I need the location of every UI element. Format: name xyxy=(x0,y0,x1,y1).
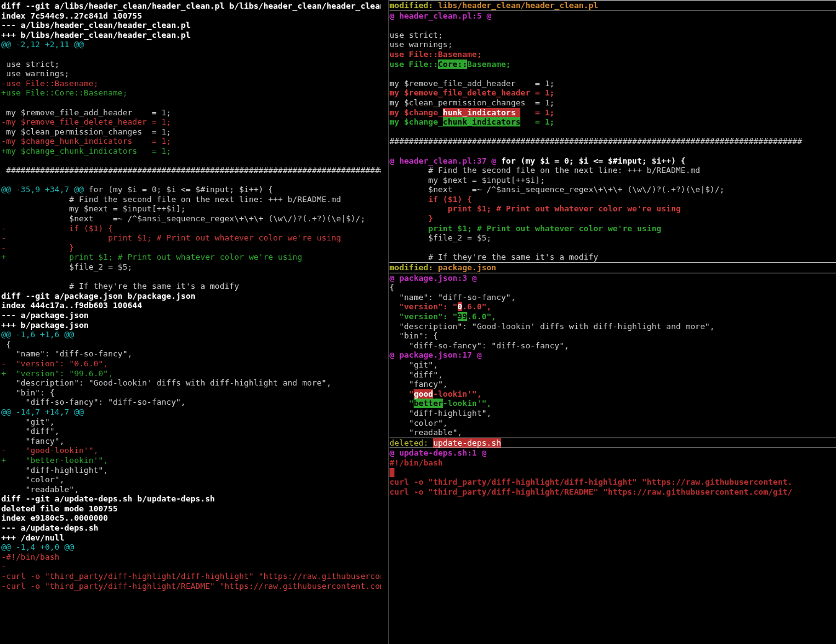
del-line: -curl -o "third_party/diff-highlight/dif… xyxy=(1,571,381,581)
hunk-marker: @ xyxy=(472,350,482,359)
index-line: index 444c17a..f9db603 100644 xyxy=(1,301,142,310)
ctx: "diff-highlight", xyxy=(389,408,491,418)
ctx: # If they're the same it's a modify xyxy=(389,252,598,262)
file-header-path-deleted: update-deps.sh xyxy=(433,438,501,448)
del-line: my $remove_file_delete_header = 1; xyxy=(389,88,554,97)
diff-output: diff --git a/libs/header_clean/header_cl… xyxy=(1,1,381,591)
hunk-ctx: for (my $i = 0; $i <= $#input; $i++) { xyxy=(84,185,273,194)
ctx: "readable", xyxy=(1,485,79,494)
word-add: 99 xyxy=(458,312,468,321)
fancy-output: @ update-deps.sh:1 @ #!/bin/bash curl -o… xyxy=(389,448,836,496)
to-file: +++ /dev/null xyxy=(1,533,64,542)
ctx: my $clean_permission_changes = 1; xyxy=(1,127,171,136)
raw-diff-pane[interactable]: diff --git a/libs/header_clean/header_cl… xyxy=(0,0,381,644)
diff-header: diff --git a/package.json b/package.json xyxy=(1,291,195,301)
hunk-marker: @ xyxy=(467,273,477,283)
del-line: - xyxy=(1,562,6,571)
fancy-output: @ package.json:3 @ { "name": "diff-so-fa… xyxy=(389,273,836,438)
del-line: -use File::Basename; xyxy=(1,79,99,88)
del-line: my $change_hunk_indicators = 1; xyxy=(389,108,554,117)
del-line: "good-lookin'", xyxy=(389,389,482,399)
del-line: print $1; # Print out whatever color we'… xyxy=(389,204,681,213)
ctx: my $clean_permission_changes = 1; xyxy=(389,98,554,107)
diff-header: diff --git a/libs/header_clean/header_cl… xyxy=(1,1,381,11)
file-header-path: libs/header_clean/header_clean.pl xyxy=(438,1,598,10)
ctx: "diff-so-fancy": "diff-so-fancy", xyxy=(1,397,185,407)
ctx: "bin": { xyxy=(1,388,55,397)
hunk-marker: @ xyxy=(482,11,492,20)
to-file: +++ b/libs/header_clean/header_clean.pl xyxy=(1,30,190,40)
ctx: "diff", xyxy=(389,370,443,379)
ctx: $file_2 = $5; xyxy=(1,262,132,271)
del-line: - "good-lookin'", xyxy=(1,446,99,455)
hunk-file: update-deps.sh:1 xyxy=(399,448,477,457)
fancy-output: deleted: update-deps.sh xyxy=(389,438,836,448)
hunk-file: header_clean.pl:37 xyxy=(399,156,487,165)
hunk-marker: @ xyxy=(389,273,399,283)
ctx: use warnings; xyxy=(1,69,69,78)
hunk-header: @@ -2,12 +2,11 @@ xyxy=(1,40,84,49)
from-file: --- a/update-deps.sh xyxy=(1,523,99,532)
ctx: { xyxy=(389,283,394,292)
diff-header: diff --git a/update-deps.sh b/update-dep… xyxy=(1,494,215,503)
add-line: print $1; # Print out whatever color we'… xyxy=(389,224,661,233)
ctx: "name": "diff-so-fancy", xyxy=(389,293,516,302)
add-line: "better-lookin'", xyxy=(389,399,491,408)
ctx: "readable", xyxy=(389,428,462,437)
from-file: --- a/libs/header_clean/header_clean.pl xyxy=(1,20,190,30)
hunk-ctx: for (my $i = 0; $i <= $#input; $i++) { xyxy=(496,156,685,165)
del-line: "version": "0.6.0", xyxy=(389,302,491,311)
ctx: use warnings; xyxy=(389,40,453,49)
from-file: --- a/package.json xyxy=(1,311,89,320)
ctx: "fancy", xyxy=(389,379,448,389)
index-line: index e9180c5..0000000 xyxy=(1,513,108,523)
add-line: + "version": "99.6.0", xyxy=(1,369,113,378)
ctx: ########################################… xyxy=(1,165,381,175)
ctx: "diff-highlight", xyxy=(1,465,108,475)
ctx: "name": "diff-so-fancy", xyxy=(1,349,132,358)
hunk-marker: @ xyxy=(487,156,497,165)
add-line: + "better-lookin'", xyxy=(1,456,108,465)
hunk-file: package.json:17 xyxy=(399,350,472,359)
ctx: my $remove_file_add_header = 1; xyxy=(1,108,171,117)
ctx: "diff-so-fancy": "diff-so-fancy", xyxy=(389,341,569,350)
add-line: +my $change_chunk_indicators = 1; xyxy=(1,146,171,156)
ctx: my $remove_file_add_header = 1; xyxy=(389,79,554,88)
ctx: ########################################… xyxy=(389,136,802,146)
fancy-output: @ header_clean.pl:5 @ use strict; use wa… xyxy=(389,11,836,262)
add-line: + print $1; # Print out whatever color w… xyxy=(1,252,302,262)
del-line: -#!/bin/bash xyxy=(1,552,60,562)
ctx: "description": "Good-lookin' diffs with … xyxy=(389,322,714,331)
hunk-marker: @ xyxy=(389,11,399,20)
word-add: Core:: xyxy=(438,60,467,69)
pane-divider xyxy=(388,0,389,644)
ctx: use strict; xyxy=(1,60,60,69)
ctx: $next =~ /^$ansi_sequence_regex\+\+\+ (\… xyxy=(1,214,365,223)
del-line: -curl -o "third_party/diff-highlight/REA… xyxy=(1,581,381,591)
fancy-diff-pane[interactable]: modified: libs/header_clean/header_clean… xyxy=(388,0,836,644)
hunk-marker: @ xyxy=(389,350,399,359)
del-line: - } xyxy=(1,243,74,252)
hunk-marker: @ xyxy=(477,448,487,457)
del-line: - if ($1) { xyxy=(1,224,113,233)
file-header-label: modified: xyxy=(389,263,438,272)
del-line: curl -o "third_party/diff-highlight/diff… xyxy=(389,477,793,487)
ctx: { xyxy=(1,340,11,349)
del-line: -my $remove_file_delete_header = 1; xyxy=(1,117,171,126)
del-line: curl -o "third_party/diff-highlight/READ… xyxy=(389,487,793,496)
hunk-marker: @ xyxy=(389,156,399,165)
add-line: +use File::Core::Basename; xyxy=(1,88,128,97)
ctx: use strict; xyxy=(389,30,443,40)
ctx: # Find the second file on the next line:… xyxy=(389,165,700,175)
word-del: hunk_indicators xyxy=(443,108,520,117)
ctx: "color", xyxy=(389,418,448,428)
del-line: } xyxy=(389,214,433,223)
hunk-header: @@ -35,9 +34,7 @@ xyxy=(1,185,84,194)
ctx: $file_2 = $5; xyxy=(389,233,491,242)
ctx: "git", xyxy=(389,360,438,369)
ctx: "color", xyxy=(1,475,64,484)
ctx: "fancy", xyxy=(1,436,64,446)
hunk-file: header_clean.pl:5 xyxy=(399,11,482,20)
file-header-label: modified: xyxy=(389,1,438,10)
add-line: use File::Core::Basename; xyxy=(389,60,511,69)
